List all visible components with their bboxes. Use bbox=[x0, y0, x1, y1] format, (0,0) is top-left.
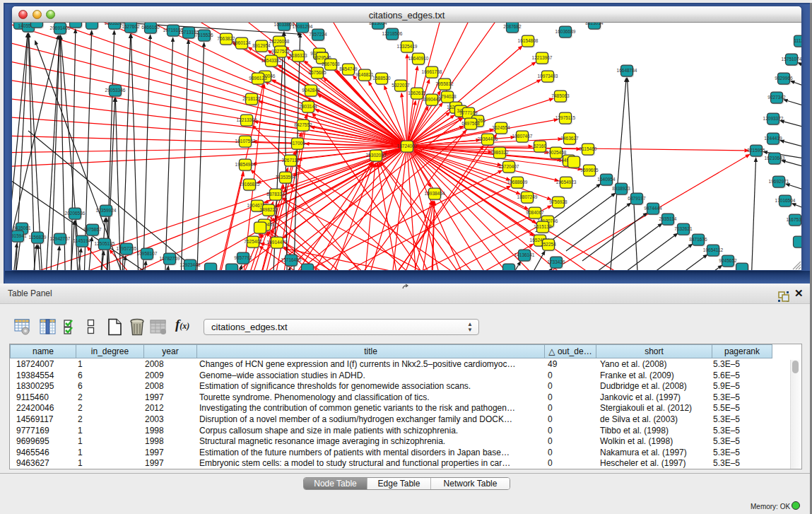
svg-text:15720407: 15720407 bbox=[499, 164, 519, 169]
svg-text:9329966: 9329966 bbox=[775, 76, 793, 81]
svg-text:19854944: 19854944 bbox=[235, 162, 256, 167]
svg-text:1362615: 1362615 bbox=[408, 90, 426, 95]
svg-text:9474444: 9474444 bbox=[644, 206, 662, 211]
svg-text:10807467: 10807467 bbox=[512, 134, 533, 139]
svg-text:19081294: 19081294 bbox=[293, 24, 313, 29]
svg-text:20206536: 20206536 bbox=[65, 211, 86, 216]
svg-text:18226058: 18226058 bbox=[269, 39, 290, 44]
svg-text:2803144: 2803144 bbox=[299, 104, 317, 109]
svg-text:9857791: 9857791 bbox=[234, 255, 252, 260]
svg-text:12975115: 12975115 bbox=[555, 115, 576, 120]
svg-text:20364436: 20364436 bbox=[478, 136, 498, 141]
svg-text:12218506: 12218506 bbox=[382, 31, 403, 36]
svg-text:6879197: 6879197 bbox=[628, 196, 646, 201]
svg-text:7632621: 7632621 bbox=[674, 226, 693, 231]
svg-text:12213967: 12213967 bbox=[532, 55, 553, 60]
svg-text:1156829: 1156829 bbox=[29, 235, 47, 240]
svg-text:11353594: 11353594 bbox=[276, 175, 296, 180]
svg-text:5322037: 5322037 bbox=[392, 83, 410, 88]
svg-text:2087682: 2087682 bbox=[503, 24, 522, 29]
svg-text:20691406: 20691406 bbox=[50, 25, 71, 30]
svg-text:8960124: 8960124 bbox=[233, 40, 251, 45]
svg-text:8427552: 8427552 bbox=[294, 122, 312, 127]
svg-text:8813054: 8813054 bbox=[369, 23, 387, 25]
svg-text:8215955: 8215955 bbox=[747, 148, 765, 153]
svg-text:12942757: 12942757 bbox=[50, 236, 71, 241]
svg-text:1145194: 1145194 bbox=[73, 238, 91, 243]
svg-text:417006: 417006 bbox=[290, 141, 305, 146]
svg-text:10958107: 10958107 bbox=[137, 251, 158, 256]
svg-text:12093372: 12093372 bbox=[763, 116, 784, 121]
svg-text:2935114: 2935114 bbox=[659, 216, 677, 221]
svg-text:10654112: 10654112 bbox=[703, 247, 724, 252]
svg-text:252254: 252254 bbox=[541, 242, 556, 247]
svg-text:7357224: 7357224 bbox=[309, 32, 327, 37]
svg-text:9435061: 9435061 bbox=[13, 226, 31, 230]
svg-text:16543382: 16543382 bbox=[261, 58, 282, 63]
svg-text:15716485: 15716485 bbox=[281, 257, 302, 262]
svg-text:9896123: 9896123 bbox=[249, 76, 267, 81]
svg-text:10688609: 10688609 bbox=[507, 180, 528, 185]
svg-text:16914479: 16914479 bbox=[267, 240, 288, 245]
svg-text:19654923: 19654923 bbox=[556, 180, 577, 185]
svg-text:17359924: 17359924 bbox=[96, 208, 117, 213]
svg-text:8186323: 8186323 bbox=[289, 53, 307, 58]
svg-text:18724007: 18724007 bbox=[397, 144, 418, 148]
svg-text:9699695: 9699695 bbox=[580, 168, 599, 173]
svg-text:13325419: 13325419 bbox=[397, 44, 418, 49]
svg-text:8471676: 8471676 bbox=[689, 237, 707, 242]
svg-text:2867608: 2867608 bbox=[322, 62, 340, 66]
svg-text:15938454: 15938454 bbox=[425, 191, 445, 196]
svg-text:7625402: 7625402 bbox=[244, 239, 262, 244]
svg-text:17016504: 17016504 bbox=[775, 198, 796, 203]
svg-text:7515526: 7515526 bbox=[195, 33, 213, 37]
svg-text:19692971: 19692971 bbox=[769, 179, 789, 184]
svg-text:7485063: 7485063 bbox=[551, 93, 570, 98]
svg-text:9756928: 9756928 bbox=[549, 199, 567, 204]
svg-text:1527602: 1527602 bbox=[122, 24, 140, 29]
svg-text:1588520: 1588520 bbox=[372, 76, 391, 81]
svg-text:1640954: 1640954 bbox=[597, 177, 616, 182]
svg-text:1615132: 1615132 bbox=[534, 224, 552, 229]
svg-text:11123: 11123 bbox=[794, 38, 801, 43]
svg-text:1244419: 1244419 bbox=[764, 136, 782, 141]
svg-text:7955812: 7955812 bbox=[435, 81, 454, 86]
svg-text:8878334: 8878334 bbox=[266, 192, 285, 197]
svg-text:3267110: 3267110 bbox=[282, 158, 300, 163]
svg-text:12213369: 12213369 bbox=[237, 117, 257, 122]
svg-text:29053346: 29053346 bbox=[105, 88, 126, 93]
svg-text:1733426: 1733426 bbox=[547, 259, 565, 264]
svg-text:25302033: 25302033 bbox=[366, 153, 387, 158]
svg-text:15751074: 15751074 bbox=[782, 57, 801, 62]
svg-text:9146821: 9146821 bbox=[355, 72, 374, 77]
svg-text:12505135: 12505135 bbox=[95, 241, 115, 246]
svg-text:9242848: 9242848 bbox=[302, 88, 320, 93]
svg-text:16648784: 16648784 bbox=[617, 68, 637, 73]
svg-text:6794028: 6794028 bbox=[438, 94, 457, 99]
svg-text:8813014: 8813014 bbox=[585, 23, 604, 25]
svg-text:9463627: 9463627 bbox=[560, 136, 579, 141]
svg-text:17957255: 17957255 bbox=[117, 246, 137, 251]
svg-text:62160: 62160 bbox=[534, 144, 546, 148]
svg-text:16107552: 16107552 bbox=[235, 139, 256, 144]
svg-text:14136141: 14136141 bbox=[514, 252, 535, 257]
svg-text:16036689: 16036689 bbox=[555, 29, 576, 34]
svg-text:16782759: 16782759 bbox=[160, 256, 180, 261]
svg-text:9227342: 9227342 bbox=[767, 95, 786, 100]
svg-text:6466160: 6466160 bbox=[141, 25, 160, 30]
svg-text:9245652: 9245652 bbox=[719, 258, 737, 263]
svg-text:9115460: 9115460 bbox=[579, 146, 597, 151]
svg-text:8912954: 8912954 bbox=[252, 43, 271, 48]
svg-text:16961758: 16961758 bbox=[422, 69, 442, 74]
svg-text:18807249: 18807249 bbox=[517, 194, 538, 199]
svg-text:16154808: 16154808 bbox=[518, 38, 539, 43]
svg-text:8454749: 8454749 bbox=[339, 66, 358, 71]
svg-text:3675685: 3675685 bbox=[308, 70, 326, 75]
svg-text:3498222: 3498222 bbox=[259, 207, 278, 212]
svg-text:3624554: 3624554 bbox=[492, 125, 510, 130]
svg-text:10973493: 10973493 bbox=[538, 74, 558, 78]
svg-text:9777169: 9777169 bbox=[459, 110, 478, 115]
svg-text:7986322: 7986322 bbox=[490, 150, 509, 155]
svg-text:16033809: 16033809 bbox=[274, 23, 295, 27]
svg-text:10025458: 10025458 bbox=[546, 150, 567, 155]
